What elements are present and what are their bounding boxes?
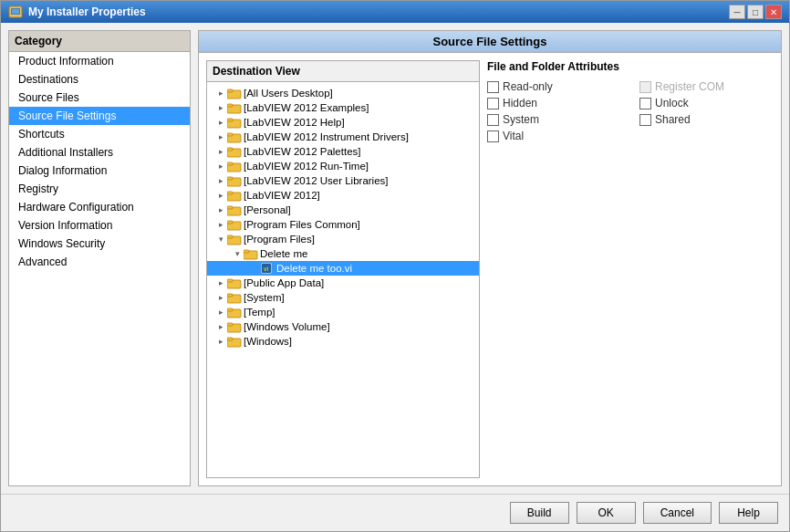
- tree-item[interactable]: ▸ [All Users Desktop]: [207, 86, 479, 100]
- tree-label: [Windows]: [244, 336, 292, 347]
- attr-checkbox[interactable]: [487, 114, 499, 126]
- help-button[interactable]: Help: [719, 502, 778, 524]
- folder-icon: [227, 130, 242, 143]
- attr-item-hidden: Hidden: [487, 97, 621, 110]
- tree-label: [Public App Data]: [244, 277, 324, 288]
- tree-label: [LabVIEW 2012 Run-Time]: [244, 161, 369, 172]
- attr-item-register-com: Register COM: [639, 80, 774, 93]
- sidebar-item-version-information[interactable]: Version Information: [9, 216, 190, 235]
- sidebar-item-shortcuts[interactable]: Shortcuts: [9, 125, 190, 143]
- tree-item[interactable]: ▸ [Program Files Common]: [207, 217, 479, 232]
- tree-item[interactable]: ▸ [LabVIEW 2012 User Libraries]: [207, 173, 479, 188]
- category-header: Category: [9, 31, 190, 52]
- attr-label: Vital: [503, 130, 524, 142]
- tree-label: [LabVIEW 2012]: [244, 190, 320, 201]
- svg-rect-12: [227, 148, 233, 151]
- attributes-title: File and Folder Attributes: [487, 60, 774, 73]
- attr-checkbox[interactable]: [487, 130, 499, 142]
- attr-checkbox[interactable]: [487, 81, 499, 93]
- folder-icon: [227, 116, 242, 129]
- attr-item-system: System: [487, 113, 621, 126]
- svg-rect-16: [227, 177, 233, 180]
- tree-item[interactable]: ▸ [Windows]: [207, 334, 479, 349]
- sidebar-item-destinations[interactable]: Destinations: [9, 70, 190, 89]
- tree-expander: ▸: [214, 203, 227, 216]
- svg-rect-35: [227, 308, 233, 311]
- folder-icon: [244, 247, 258, 260]
- ok-button[interactable]: OK: [577, 502, 636, 524]
- tree-label: [LabVIEW 2012 Palettes]: [244, 146, 361, 157]
- tree-item[interactable]: ▸ [Personal]: [207, 203, 479, 217]
- tree-label: [Personal]: [244, 204, 291, 215]
- tree-label: [Temp]: [244, 307, 275, 318]
- svg-rect-14: [227, 162, 233, 165]
- tree-item[interactable]: ▸ [Public App Data]: [207, 276, 479, 290]
- tree-item[interactable]: ▸ [LabVIEW 2012 Instrument Drivers]: [207, 130, 479, 144]
- file-icon: vi: [260, 262, 275, 275]
- tree-container[interactable]: ▸ [All Users Desktop]▸ [LabVIEW 2012 Exa…: [207, 82, 479, 477]
- tree-item[interactable]: ▸ [Windows Volume]: [207, 319, 479, 334]
- svg-rect-22: [227, 221, 233, 224]
- minimize-button[interactable]: ─: [729, 5, 745, 19]
- destination-view-header: Destination View: [207, 61, 479, 82]
- tree-label: [LabVIEW 2012 Help]: [244, 117, 345, 128]
- tree-expander: ▸: [214, 218, 227, 231]
- window-title: My Installer Properties: [28, 5, 146, 18]
- attr-item-vital: Vital: [487, 130, 621, 142]
- attr-label: Unlock: [655, 97, 689, 110]
- tree-item[interactable]: ▸ [LabVIEW 2012 Palettes]: [207, 144, 479, 159]
- sidebar-item-product-information[interactable]: Product Information: [9, 52, 190, 70]
- folder-icon: [227, 320, 242, 333]
- attr-checkbox[interactable]: [487, 98, 499, 110]
- tree-item[interactable]: ▸ [LabVIEW 2012 Help]: [207, 115, 479, 130]
- tree-expander: ▾: [231, 247, 244, 260]
- folder-icon: [227, 218, 242, 231]
- app-icon: [8, 5, 23, 19]
- tree-item[interactable]: vi Delete me too.vi: [207, 261, 479, 276]
- attributes-panel: File and Folder Attributes Read-onlyRegi…: [487, 60, 774, 478]
- tree-label: [Windows Volume]: [244, 321, 330, 332]
- tree-expander: ▸: [214, 87, 227, 99]
- sidebar-item-advanced[interactable]: Advanced: [9, 253, 190, 271]
- sidebar-item-source-file-settings[interactable]: Source File Settings: [9, 107, 190, 125]
- tree-expander: ▸: [214, 320, 227, 333]
- tree-label: Delete me too.vi: [276, 263, 352, 274]
- tree-item[interactable]: ▸ [Temp]: [207, 305, 479, 319]
- tree-expander: ▾: [214, 233, 227, 245]
- sidebar-item-source-files[interactable]: Source Files: [9, 89, 190, 107]
- attr-checkbox[interactable]: [639, 114, 651, 126]
- attr-label: Hidden: [503, 97, 537, 110]
- tree-expander: ▸: [214, 306, 227, 318]
- build-button[interactable]: Build: [510, 502, 569, 524]
- attr-checkbox[interactable]: [639, 81, 651, 93]
- tree-expander: ▸: [214, 101, 227, 114]
- folder-icon: [227, 276, 242, 289]
- svg-rect-31: [227, 279, 233, 282]
- sidebar-item-hardware-configuration[interactable]: Hardware Configuration: [9, 198, 190, 216]
- folder-icon: [227, 101, 242, 114]
- bottom-bar: Build OK Cancel Help: [1, 494, 789, 531]
- tree-item[interactable]: ▸ [System]: [207, 290, 479, 305]
- tree-item[interactable]: ▾ [Program Files]: [207, 232, 479, 246]
- tree-item[interactable]: ▸ [LabVIEW 2012]: [207, 188, 479, 203]
- tree-item[interactable]: ▸ [LabVIEW 2012 Examples]: [207, 100, 479, 115]
- right-panel-content: Destination View ▸ [All Users Desktop]▸ …: [199, 53, 781, 485]
- tree-item[interactable]: ▸ [LabVIEW 2012 Run-Time]: [207, 159, 479, 173]
- main-window: My Installer Properties ─ □ ✕ Category P…: [0, 0, 790, 532]
- svg-rect-39: [227, 338, 233, 340]
- svg-rect-2: [12, 9, 19, 14]
- sidebar-item-additional-installers[interactable]: Additional Installers: [9, 143, 190, 162]
- maximize-button[interactable]: □: [747, 5, 764, 19]
- tree-item[interactable]: ▾ Delete me: [207, 246, 479, 261]
- svg-rect-8: [227, 119, 233, 121]
- folder-icon: [227, 189, 242, 202]
- attr-checkbox[interactable]: [639, 98, 651, 110]
- folder-icon: [227, 160, 242, 172]
- tree-label: [LabVIEW 2012 Examples]: [244, 102, 369, 113]
- sidebar-item-windows-security[interactable]: Windows Security: [9, 235, 190, 253]
- sidebar-item-registry[interactable]: Registry: [9, 180, 190, 198]
- tree-expander: ▸: [214, 116, 227, 129]
- sidebar-item-dialog-information[interactable]: Dialog Information: [9, 162, 190, 180]
- cancel-button[interactable]: Cancel: [643, 502, 712, 524]
- close-button[interactable]: ✕: [765, 5, 782, 19]
